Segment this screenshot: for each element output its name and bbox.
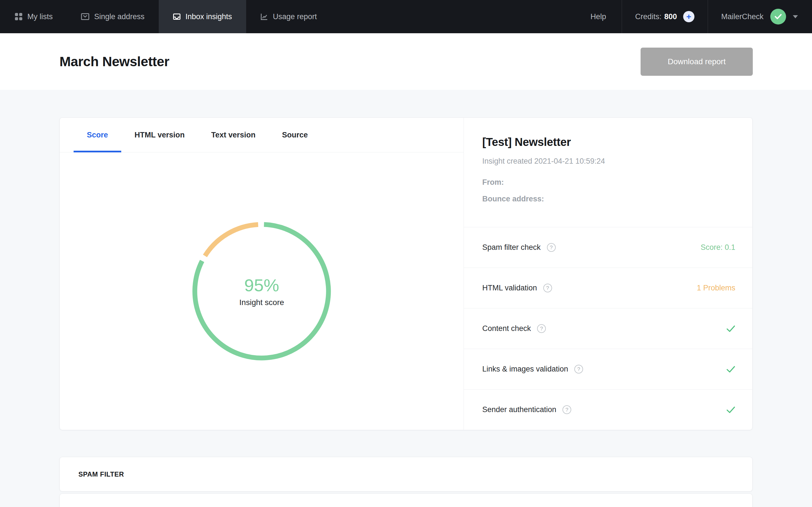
- help-icon[interactable]: ?: [543, 284, 552, 292]
- help-link[interactable]: Help: [575, 0, 622, 33]
- nav-item-usage-report[interactable]: Usage report: [246, 0, 331, 33]
- check-row-links-images[interactable]: Links & images validation ?: [464, 349, 752, 389]
- plus-icon: +: [686, 12, 691, 21]
- bounce-address-label: Bounce address:: [482, 194, 735, 203]
- check-passed-icon: [726, 406, 735, 413]
- check-label: Content check: [482, 324, 531, 333]
- from-label: From:: [482, 178, 735, 187]
- page-title: March Newsletter: [59, 54, 169, 69]
- add-credits-button[interactable]: +: [683, 11, 695, 22]
- details-head: [Test] Newsletter Insight created 2021-0…: [464, 118, 752, 227]
- nav-item-label: Inbox insights: [186, 12, 232, 21]
- check-label: Sender authentication: [482, 405, 556, 414]
- top-nav: My lists Single address Inbox insights: [0, 0, 812, 33]
- nav-item-my-lists[interactable]: My lists: [1, 0, 67, 33]
- insight-score-label: Insight score: [239, 298, 284, 307]
- help-icon[interactable]: ?: [547, 243, 556, 252]
- newsletter-title: [Test] Newsletter: [482, 136, 735, 149]
- account-menu[interactable]: MailerCheck: [708, 0, 812, 33]
- check-icon: [774, 14, 782, 19]
- insight-card: Score HTML version Text version Source 9…: [59, 117, 753, 430]
- tab-text-version[interactable]: Text version: [198, 118, 269, 152]
- spam-filter-section-body: [59, 494, 753, 507]
- insight-score-donut: 95% Insight score: [188, 218, 335, 364]
- check-label: Spam filter check: [482, 243, 541, 252]
- account-name: MailerCheck: [721, 12, 763, 21]
- tab-html-version[interactable]: HTML version: [121, 118, 198, 152]
- help-icon[interactable]: ?: [562, 405, 571, 414]
- score-pane: Score HTML version Text version Source 9…: [60, 118, 463, 430]
- grid-icon: [15, 13, 22, 20]
- check-row-spam-filter[interactable]: Spam filter check ? Score: 0.1: [464, 227, 752, 268]
- tab-bar: Score HTML version Text version Source: [60, 118, 463, 152]
- check-result: Score: 0.1: [701, 243, 735, 252]
- nav-item-label: My lists: [28, 12, 53, 21]
- help-icon[interactable]: ?: [574, 365, 583, 374]
- envelope-icon: [81, 13, 89, 20]
- tab-source[interactable]: Source: [269, 118, 321, 152]
- insight-created-text: Insight created 2021-04-21 10:59:24: [482, 157, 735, 166]
- nav-item-label: Usage report: [273, 12, 317, 21]
- check-result: 1 Problems: [697, 284, 735, 292]
- check-row-html-validation[interactable]: HTML validation ? 1 Problems: [464, 268, 752, 308]
- check-label: HTML validation: [482, 284, 537, 292]
- inbox-icon: [173, 13, 181, 20]
- check-row-content-check[interactable]: Content check ?: [464, 308, 752, 349]
- nav-items: My lists Single address Inbox insights: [1, 0, 575, 33]
- donut-area: 95% Insight score: [60, 152, 463, 430]
- check-row-sender-authentication[interactable]: Sender authentication ?: [464, 389, 752, 430]
- line-chart-icon: [260, 13, 268, 20]
- check-passed-icon: [726, 365, 735, 373]
- content: Score HTML version Text version Source 9…: [0, 90, 812, 507]
- credits-label: Credits:: [635, 12, 661, 21]
- check-passed-icon: [726, 325, 735, 332]
- tab-score[interactable]: Score: [73, 118, 121, 152]
- insight-score-value: 95%: [244, 275, 279, 295]
- nav-item-single-address[interactable]: Single address: [67, 0, 159, 33]
- page-header: March Newsletter Download report: [0, 33, 812, 90]
- check-label: Links & images validation: [482, 365, 568, 374]
- credits-value: 800: [664, 12, 677, 21]
- spam-filter-title: SPAM FILTER: [79, 470, 124, 478]
- nav-item-inbox-insights[interactable]: Inbox insights: [159, 0, 246, 33]
- donut-center: 95% Insight score: [188, 218, 335, 364]
- download-report-button[interactable]: Download report: [641, 48, 753, 76]
- avatar: [770, 9, 786, 24]
- help-icon[interactable]: ?: [537, 324, 546, 333]
- credits-section: Credits: 800 +: [622, 0, 708, 33]
- spam-filter-section-header: SPAM FILTER: [59, 457, 753, 492]
- chevron-down-icon: [793, 15, 798, 18]
- nav-right: Help Credits: 800 + MailerCheck: [575, 0, 812, 33]
- details-pane: [Test] Newsletter Insight created 2021-0…: [463, 118, 752, 430]
- nav-item-label: Single address: [94, 12, 145, 21]
